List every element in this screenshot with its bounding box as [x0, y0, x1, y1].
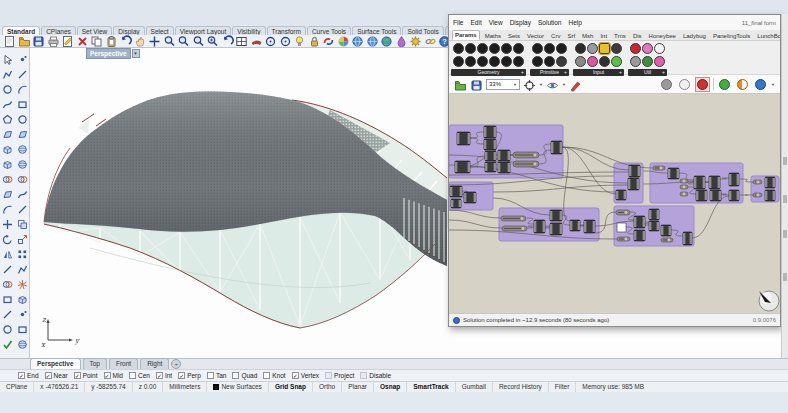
gh-eye-dd-icon[interactable]: ▼	[562, 82, 566, 87]
input-panel-icon[interactable]	[611, 43, 622, 54]
move-tool-icon[interactable]	[2, 216, 15, 229]
grasshopper-canvas[interactable]	[449, 94, 780, 313]
boolean-union-icon[interactable]	[2, 171, 15, 184]
new-file-icon[interactable]	[3, 35, 16, 48]
gh-tab-srf[interactable]: Srf	[565, 32, 577, 40]
gh-number-slider[interactable]	[502, 226, 527, 231]
gh-component[interactable]	[457, 132, 470, 145]
gh-tab-ladybug[interactable]: Ladybug	[681, 32, 708, 40]
loft-icon[interactable]	[17, 186, 30, 199]
osnap-project[interactable]: Project	[325, 372, 354, 379]
gh-number-slider[interactable]	[513, 161, 539, 167]
paste-icon[interactable]	[105, 35, 118, 48]
array-icon[interactable]	[17, 246, 30, 259]
viewport-tab-perspective[interactable]: Perspective	[30, 358, 81, 369]
gh-component[interactable]	[485, 151, 496, 161]
gh-preview-dd-icon[interactable]: ▼	[771, 82, 775, 87]
sphere-icon[interactable]	[17, 141, 30, 154]
gh-component[interactable]	[709, 176, 720, 189]
paint-drop-icon[interactable]	[395, 35, 408, 48]
gh-number-slider[interactable]	[616, 210, 630, 215]
param-geometry-icon-9[interactable]	[501, 43, 512, 54]
viewport-tab-right[interactable]: Right	[140, 358, 169, 369]
check-icon[interactable]	[2, 336, 15, 349]
gh-tab-panelingtools[interactable]: PanelingTools	[711, 32, 752, 40]
select-icon[interactable]	[2, 51, 15, 64]
gh-component[interactable]	[534, 220, 545, 233]
status-toggle-planar[interactable]: Planar	[342, 382, 374, 392]
hyperlink-icon[interactable]	[424, 35, 437, 48]
gh-component[interactable]	[551, 141, 562, 154]
tube-icon[interactable]	[17, 156, 30, 169]
gh-component[interactable]	[729, 190, 739, 201]
boolean-difference-icon[interactable]	[17, 171, 30, 184]
color-wheel-icon[interactable]	[337, 35, 350, 48]
zoom-selected-icon[interactable]	[192, 35, 205, 48]
input-button-icon[interactable]	[599, 56, 610, 67]
input-gradient-icon[interactable]	[587, 56, 598, 67]
gh-tab-maths[interactable]: Maths	[483, 32, 503, 40]
viewport-title-label[interactable]: Perspective	[86, 48, 131, 59]
gh-component[interactable]	[694, 176, 705, 189]
input-knob-icon[interactable]	[575, 56, 586, 67]
osnap-end[interactable]: ✓End	[18, 372, 39, 379]
gh-component[interactable]	[661, 225, 671, 236]
gh-number-slider[interactable]	[680, 192, 688, 196]
status-toggle-smarttrack[interactable]: SmartTrack	[407, 382, 455, 392]
gh-preview-blue-icon[interactable]	[753, 77, 768, 92]
explode-icon[interactable]	[17, 276, 30, 289]
gh-tab-vector[interactable]: Vector	[525, 32, 546, 40]
osnap-checkbox-int[interactable]: ✓	[156, 372, 163, 379]
split-icon[interactable]	[17, 261, 30, 274]
gh-tab-int[interactable]: Int	[598, 32, 609, 40]
param-geometry-icon-1[interactable]	[453, 43, 464, 54]
curve-icon[interactable]	[2, 96, 15, 109]
osnap-checkbox-near[interactable]: ✓	[45, 372, 52, 379]
named-view-icon[interactable]	[250, 35, 263, 48]
mirror-icon[interactable]	[2, 246, 15, 259]
viewport-layout-icon[interactable]	[235, 35, 248, 48]
osnap-tan[interactable]: Tan	[207, 372, 226, 379]
gh-preview-shaded-icon[interactable]	[695, 77, 710, 92]
osnap-checkbox-vertex[interactable]: ✓	[292, 372, 299, 379]
curve-boolean-icon[interactable]	[322, 35, 335, 48]
surface-3pt-icon[interactable]	[17, 126, 30, 139]
gh-component[interactable]	[729, 173, 739, 186]
gh-component[interactable]	[455, 161, 470, 173]
gh-tab-params[interactable]: Params	[452, 30, 480, 40]
gh-menu-view[interactable]: View	[489, 19, 503, 26]
gh-number-slider[interactable]	[753, 180, 762, 184]
gh-component[interactable]	[634, 230, 645, 241]
osnap-near[interactable]: ✓Near	[45, 372, 68, 379]
input-slider-highlight-icon[interactable]	[599, 43, 610, 54]
gear-icon[interactable]	[409, 35, 422, 48]
viewport-tab-add-icon[interactable]: +	[171, 359, 181, 369]
status-toggle-record-history[interactable]: Record History	[493, 382, 549, 392]
gh-tab-crv[interactable]: Crv	[549, 32, 562, 40]
util-data-arrow-icon[interactable]	[630, 56, 641, 67]
osnap-quad[interactable]: Quad	[232, 372, 257, 379]
gh-preview-wire-icon[interactable]	[677, 77, 692, 92]
viewport-tab-front[interactable]: Front	[109, 358, 138, 369]
gh-component[interactable]	[628, 178, 639, 190]
param-geometry-icon-10[interactable]	[501, 56, 512, 67]
osnap-knot[interactable]: Knot	[263, 372, 285, 379]
osnap-int[interactable]: ✓Int	[156, 372, 172, 379]
gh-component[interactable]	[450, 186, 462, 197]
gh-number-slider[interactable]	[653, 166, 665, 170]
gh-number-slider[interactable]	[617, 237, 630, 241]
viewport-title-dropdown-icon[interactable]: ▼	[132, 49, 140, 58]
param-geometry-icon-5[interactable]	[477, 43, 488, 54]
extrude-icon[interactable]	[2, 186, 15, 199]
status-toggle-gumball[interactable]: Gumball	[456, 382, 493, 392]
osnap-perp[interactable]: ✓Perp	[178, 372, 201, 379]
gh-component[interactable]	[765, 190, 775, 201]
osnap-checkbox-point[interactable]: ✓	[74, 372, 81, 379]
param-primitive-icon-1[interactable]	[532, 43, 543, 54]
zoom-dynamic-icon[interactable]	[163, 35, 176, 48]
join-icon[interactable]	[2, 276, 15, 289]
open-file-icon[interactable]	[18, 35, 31, 48]
osnap-checkbox-knot[interactable]	[263, 372, 270, 379]
param-geometry-icon-3[interactable]	[465, 43, 476, 54]
osnap-checkbox-tan[interactable]	[207, 372, 214, 379]
